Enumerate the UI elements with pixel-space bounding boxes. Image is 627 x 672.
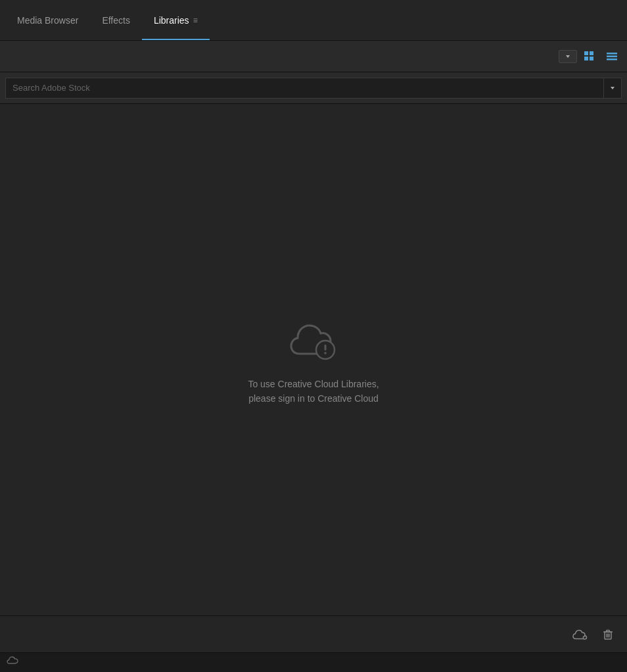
tab-libraries-label: Libraries — [154, 15, 189, 26]
tab-libraries-menu-icon[interactable]: ≡ — [193, 16, 198, 25]
list-icon — [606, 51, 618, 62]
svg-rect-3 — [584, 57, 588, 60]
main-content: To use Creative Cloud Libraries, please … — [0, 104, 627, 615]
delete-button[interactable] — [597, 623, 619, 646]
empty-state: To use Creative Cloud Libraries, please … — [248, 314, 379, 406]
svg-rect-2 — [590, 51, 593, 55]
search-bar — [0, 72, 627, 104]
search-dropdown-button[interactable] — [604, 78, 622, 99]
creative-cloud-icon — [287, 314, 340, 366]
svg-rect-10 — [325, 345, 327, 350]
svg-marker-8 — [611, 87, 615, 89]
search-chevron-down-icon — [609, 85, 616, 91]
status-bar — [0, 652, 627, 672]
toolbar-row — [0, 41, 627, 72]
tab-media-browser[interactable]: Media Browser — [5, 0, 90, 40]
list-view-button[interactable] — [602, 48, 622, 65]
svg-rect-14 — [607, 630, 610, 632]
svg-marker-0 — [566, 55, 570, 58]
tab-media-browser-label: Media Browser — [17, 15, 78, 26]
tab-bar: Media Browser Effects Libraries ≡ — [0, 0, 627, 41]
empty-state-message: To use Creative Cloud Libraries, please … — [248, 377, 379, 406]
svg-point-11 — [324, 352, 327, 354]
bottom-bar — [0, 615, 627, 652]
trash-icon — [601, 627, 615, 642]
empty-state-line2: please sign in to Creative Cloud — [248, 391, 379, 406]
search-input[interactable] — [5, 78, 604, 99]
creative-cloud-bottom-icon — [572, 627, 588, 642]
empty-state-line1: To use Creative Cloud Libraries, — [248, 377, 379, 391]
chevron-down-icon — [565, 53, 571, 60]
creative-cloud-bottom-button[interactable] — [568, 623, 592, 646]
tab-effects[interactable]: Effects — [90, 0, 142, 40]
library-dropdown[interactable] — [559, 50, 577, 63]
grid-icon — [584, 51, 595, 62]
svg-rect-7 — [607, 59, 617, 60]
svg-rect-4 — [590, 57, 593, 60]
svg-rect-1 — [584, 51, 588, 55]
status-creative-cloud-icon — [7, 655, 20, 671]
svg-rect-6 — [607, 55, 617, 57]
tab-effects-label: Effects — [102, 15, 130, 26]
status-cc-cloud-icon — [7, 655, 20, 668]
grid-view-button[interactable] — [580, 48, 599, 65]
tab-libraries[interactable]: Libraries ≡ — [142, 0, 210, 40]
svg-rect-5 — [607, 53, 617, 55]
